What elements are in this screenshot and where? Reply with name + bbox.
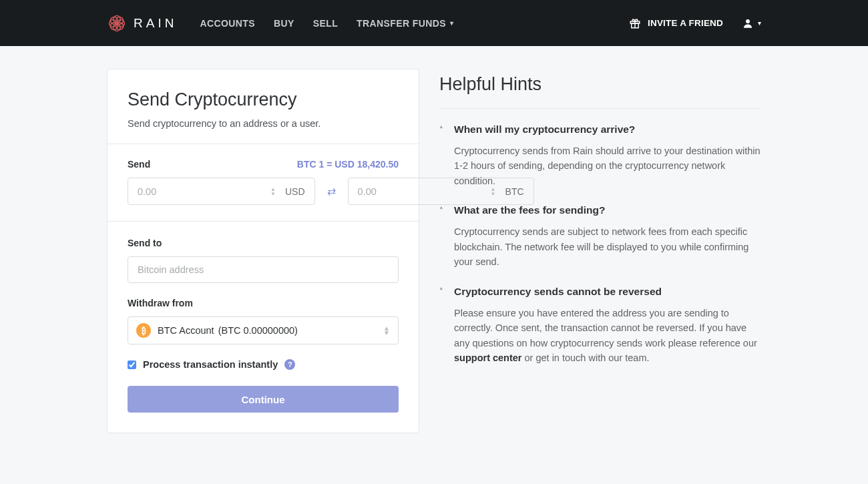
nav-buy[interactable]: BUY — [274, 18, 294, 29]
hint-item: ˄ When will my cryptocurrency arrive? Cr… — [439, 124, 761, 188]
nav-right: INVITE A FRIEND ▾ — [629, 17, 761, 29]
card-title: Send Cryptocurrency — [128, 89, 399, 110]
withdraw-account-select[interactable]: ₿ BTC Account (BTC 0.00000000) ▲▼ — [128, 316, 399, 344]
navbar: RAIN ACCOUNTS BUY SELL TRANSFER FUNDS ▾ … — [0, 0, 868, 46]
hint-answer: Please ensure you have entered the addre… — [439, 306, 761, 366]
invite-label: INVITE A FRIEND — [648, 18, 723, 28]
user-icon — [742, 17, 754, 29]
account-balance: (BTC 0.00000000) — [218, 325, 298, 336]
brand-logo[interactable]: RAIN — [107, 13, 177, 33]
invite-friend-button[interactable]: INVITE A FRIEND — [629, 17, 723, 29]
rain-logo-icon — [107, 13, 127, 33]
usd-stepper[interactable]: ▲▼ — [270, 178, 280, 204]
nav-items: ACCOUNTS BUY SELL TRANSFER FUNDS ▾ — [200, 18, 453, 29]
hint-question: Cryptocurrency sends cannot be reversed — [454, 286, 662, 298]
account-name: BTC Account — [158, 325, 214, 336]
hint-item: ˄ Cryptocurrency sends cannot be reverse… — [439, 286, 761, 366]
usd-amount-input[interactable] — [128, 178, 270, 204]
hint-answer: Cryptocurrency sends from Rain should ar… — [439, 144, 761, 188]
gift-icon — [629, 17, 641, 29]
nav-transfer-label: TRANSFER FUNDS — [357, 18, 446, 29]
instant-label: Process transaction instantly — [143, 359, 278, 370]
exchange-rate: BTC 1 = USD 18,420.50 — [297, 159, 399, 170]
hint-question-toggle[interactable]: ˄ Cryptocurrency sends cannot be reverse… — [439, 286, 761, 298]
hint-question-toggle[interactable]: ˄ What are the fees for sending? — [439, 204, 761, 216]
hint-question: What are the fees for sending? — [454, 204, 606, 216]
usd-currency-label: USD — [280, 186, 314, 197]
continue-button[interactable]: Continue — [128, 386, 399, 413]
brand-name: RAIN — [134, 16, 177, 31]
usd-amount-box: ▲▼ USD — [128, 178, 315, 205]
nav-transfer-funds[interactable]: TRANSFER FUNDS ▾ — [357, 18, 453, 29]
swap-icon[interactable]: ⇄ — [327, 185, 336, 198]
hint-text-pre: Please ensure you have entered the addre… — [454, 308, 757, 348]
divider — [439, 108, 761, 109]
hints-title: Helpful Hints — [439, 74, 761, 95]
card-subtitle: Send cryptocurrency to an address or a u… — [128, 118, 399, 129]
btc-icon: ₿ — [136, 323, 151, 338]
chevron-up-icon: ˄ — [439, 287, 445, 296]
svg-point-7 — [116, 22, 124, 29]
nav-accounts[interactable]: ACCOUNTS — [200, 18, 255, 29]
chevron-up-icon: ˄ — [439, 206, 445, 215]
send-label: Send — [128, 159, 150, 170]
withdraw-label: Withdraw from — [128, 298, 399, 308]
chevron-down-icon: ▾ — [450, 19, 453, 27]
send-to-label: Send to — [128, 238, 399, 248]
hint-question-toggle[interactable]: ˄ When will my cryptocurrency arrive? — [439, 124, 761, 136]
support-center-link[interactable]: support center — [454, 352, 522, 363]
helpful-hints: Helpful Hints ˄ When will my cryptocurre… — [439, 69, 761, 433]
select-caret-icon: ▲▼ — [383, 326, 390, 335]
hint-text-post: or get in touch with our team. — [522, 352, 650, 363]
svg-point-11 — [746, 19, 750, 23]
chevron-up-icon: ˄ — [439, 126, 445, 134]
help-icon[interactable]: ? — [284, 359, 295, 370]
chevron-down-icon: ▾ — [758, 19, 761, 27]
address-input[interactable] — [128, 256, 399, 283]
instant-checkbox[interactable] — [128, 360, 136, 369]
hint-item: ˄ What are the fees for sending? Cryptoc… — [439, 204, 761, 269]
nav-sell[interactable]: SELL — [313, 18, 338, 29]
send-crypto-card: Send Cryptocurrency Send cryptocurrency … — [107, 69, 419, 433]
user-menu[interactable]: ▾ — [742, 17, 761, 29]
hint-answer: Cryptocurrency sends are subject to netw… — [439, 224, 761, 269]
hint-question: When will my cryptocurrency arrive? — [454, 124, 635, 136]
